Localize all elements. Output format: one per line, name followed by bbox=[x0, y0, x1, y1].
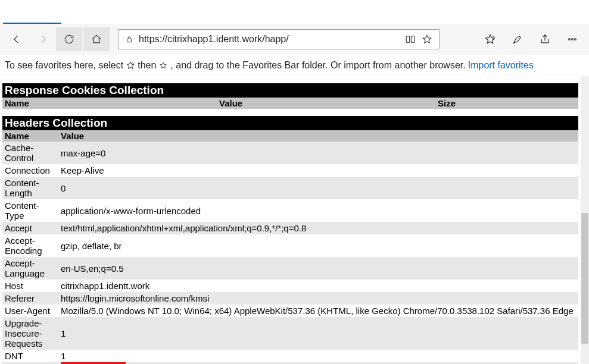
header-value: https://login.microsoftonline.com/kmsi bbox=[58, 292, 578, 305]
address-bar[interactable]: https://citrixhapp1.identt.work/happ/ bbox=[118, 29, 440, 49]
header-value: 1 bbox=[58, 350, 578, 362]
back-button[interactable] bbox=[4, 27, 30, 51]
favbar-text-pre: To see favorites here, select bbox=[5, 60, 123, 71]
header-name: Upgrade-Insecure-Requests bbox=[2, 317, 58, 350]
table-row: DNT1 bbox=[2, 350, 578, 362]
reading-view-icon[interactable] bbox=[402, 34, 419, 45]
more-button[interactable] bbox=[559, 27, 585, 51]
url-text[interactable]: https://citrixhapp1.identt.work/happ/ bbox=[136, 34, 402, 45]
table-row: Cache-Controlmax-age=0 bbox=[2, 142, 578, 164]
header-value: 1 bbox=[58, 317, 578, 350]
tab-strip bbox=[0, 0, 589, 24]
header-value: 0 bbox=[58, 177, 578, 199]
import-favorites-link[interactable]: Import favorites bbox=[468, 60, 534, 71]
table-row: Hostcitrixhapp1.identt.work bbox=[2, 280, 578, 292]
header-value: gzip, deflate, br bbox=[58, 234, 578, 257]
header-value: Keep-Alive bbox=[58, 164, 578, 177]
refresh-button[interactable] bbox=[56, 27, 82, 51]
header-value: Mozilla/5.0 (Windows NT 10.0; Win64; x64… bbox=[58, 305, 578, 317]
table-row: Content-Length0 bbox=[2, 177, 578, 199]
header-name: Content-Length bbox=[2, 177, 58, 199]
favorite-star-icon[interactable] bbox=[419, 34, 435, 45]
cookies-section-title: Response Cookies Collection bbox=[2, 83, 578, 98]
headers-col-name: Name bbox=[2, 130, 58, 142]
header-name: Cache-Control bbox=[2, 142, 58, 164]
page-content: Response Cookies Collection Name Value S… bbox=[0, 76, 581, 364]
forward-button[interactable] bbox=[30, 27, 56, 51]
table-row: User-AgentMozilla/5.0 (Windows NT 10.0; … bbox=[2, 305, 578, 317]
header-name: Accept bbox=[2, 222, 58, 234]
cookies-col-size: Size bbox=[435, 98, 578, 109]
header-name: Accept-Language bbox=[2, 257, 58, 280]
header-name: Referer bbox=[2, 292, 58, 305]
page-viewport: Response Cookies Collection Name Value S… bbox=[0, 76, 589, 364]
table-row: Accepttext/html,application/xhtml+xml,ap… bbox=[2, 222, 578, 234]
header-name: Accept-Encoding bbox=[2, 234, 58, 257]
table-row: ConnectionKeep-Alive bbox=[2, 164, 578, 177]
header-value: max-age=0 bbox=[58, 142, 578, 164]
header-value: text/html,application/xhtml+xml,applicat… bbox=[58, 222, 578, 234]
favorites-star-list-icon bbox=[125, 60, 136, 71]
home-button[interactable] bbox=[83, 27, 110, 51]
headers-section-title: Headers Collection bbox=[2, 116, 578, 130]
browser-toolbar: https://citrixhapp1.identt.work/happ/ bbox=[0, 24, 589, 55]
headers-table: Name Value Cache-Controlmax-age=0Connect… bbox=[2, 130, 578, 364]
svg-point-1 bbox=[569, 39, 571, 40]
cookies-column-headers: Name Value Size bbox=[2, 98, 578, 109]
header-value: citrixhapp1.identt.work bbox=[58, 280, 578, 292]
lock-icon bbox=[122, 35, 136, 43]
header-value: en-US,en;q=0.5 bbox=[58, 257, 578, 280]
svg-point-3 bbox=[575, 39, 576, 40]
vertical-scrollbar[interactable] bbox=[581, 76, 589, 364]
scrollbar-thumb[interactable] bbox=[581, 213, 588, 344]
active-tab-indicator bbox=[3, 23, 61, 24]
header-name: Content-Type bbox=[2, 199, 58, 222]
table-row: Accept-Languageen-US,en;q=0.5 bbox=[2, 257, 578, 280]
favbar-text-post: , and drag to the Favorites Bar folder. … bbox=[170, 60, 465, 71]
headers-col-value: Value bbox=[58, 130, 578, 142]
table-row: Accept-Encodinggzip, deflate, br bbox=[2, 234, 578, 257]
svg-point-2 bbox=[572, 39, 574, 40]
share-button[interactable] bbox=[532, 27, 558, 51]
table-row: Refererhttps://login.microsoftonline.com… bbox=[2, 292, 578, 305]
header-name: Host bbox=[2, 280, 58, 292]
table-row: Upgrade-Insecure-Requests1 bbox=[2, 317, 578, 350]
star-icon bbox=[158, 60, 169, 71]
cookies-col-name: Name bbox=[2, 98, 217, 109]
header-name: Connection bbox=[2, 164, 58, 177]
header-value: application/x-www-form-urlencoded bbox=[58, 199, 578, 222]
header-name: User-Agent bbox=[2, 305, 58, 317]
table-row: Content-Typeapplication/x-www-form-urlen… bbox=[2, 199, 578, 222]
header-name: DNT bbox=[2, 350, 58, 362]
favbar-text-mid: then bbox=[138, 60, 156, 71]
cookies-col-value: Value bbox=[217, 98, 435, 109]
notes-button[interactable] bbox=[504, 27, 531, 51]
favorites-list-button[interactable] bbox=[477, 27, 503, 51]
favorites-bar-message: To see favorites here, select then , and… bbox=[0, 55, 589, 76]
svg-rect-0 bbox=[127, 39, 132, 42]
